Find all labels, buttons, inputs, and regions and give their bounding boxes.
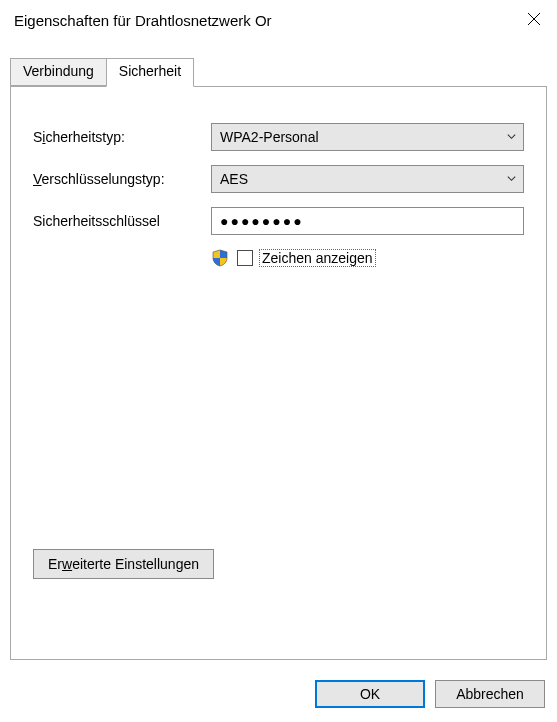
security-key-label: Sicherheitsschlüssel [33, 213, 211, 229]
row-show-characters: Zeichen anzeigen [211, 249, 524, 267]
security-key-input[interactable]: ●●●●●●●● [211, 207, 524, 235]
cancel-button[interactable]: Abbrechen [435, 680, 545, 708]
ok-button[interactable]: OK [315, 680, 425, 708]
security-type-combo[interactable]: WPA2-Personal [211, 123, 524, 151]
tab-connection[interactable]: Verbindung [10, 58, 107, 86]
show-characters-label: Zeichen anzeigen [259, 249, 376, 267]
encryption-type-value: AES [220, 171, 248, 187]
tab-strip: Verbindung Sicherheit [10, 58, 557, 86]
row-security-type: Sicherheitstyp: WPA2-Personal [33, 123, 524, 151]
window-title: Eigenschaften für Drahtlosnetzwerk Or [14, 12, 272, 29]
row-security-key: Sicherheitsschlüssel ●●●●●●●● [33, 207, 524, 235]
row-encryption-type: Verschlüsselungstyp: AES [33, 165, 524, 193]
tab-security[interactable]: Sicherheit [106, 58, 194, 87]
dialog-footer: OK Abbrechen [315, 680, 545, 708]
chevron-down-icon [506, 171, 517, 187]
security-type-value: WPA2-Personal [220, 129, 319, 145]
security-type-label: Sicherheitstyp: [33, 129, 211, 145]
shield-icon [211, 249, 229, 267]
encryption-type-combo[interactable]: AES [211, 165, 524, 193]
chevron-down-icon [506, 129, 517, 145]
advanced-settings-button[interactable]: Erweiterte Einstellungen [33, 549, 214, 579]
security-key-value: ●●●●●●●● [220, 213, 304, 229]
titlebar[interactable]: Eigenschaften für Drahtlosnetzwerk Or [0, 0, 557, 40]
close-icon [527, 12, 541, 29]
encryption-type-label: Verschlüsselungstyp: [33, 171, 211, 187]
close-button[interactable] [511, 0, 557, 40]
show-characters-checkbox[interactable] [237, 250, 253, 266]
tab-panel-security: Sicherheitstyp: WPA2-Personal Verschlüss… [10, 86, 547, 660]
